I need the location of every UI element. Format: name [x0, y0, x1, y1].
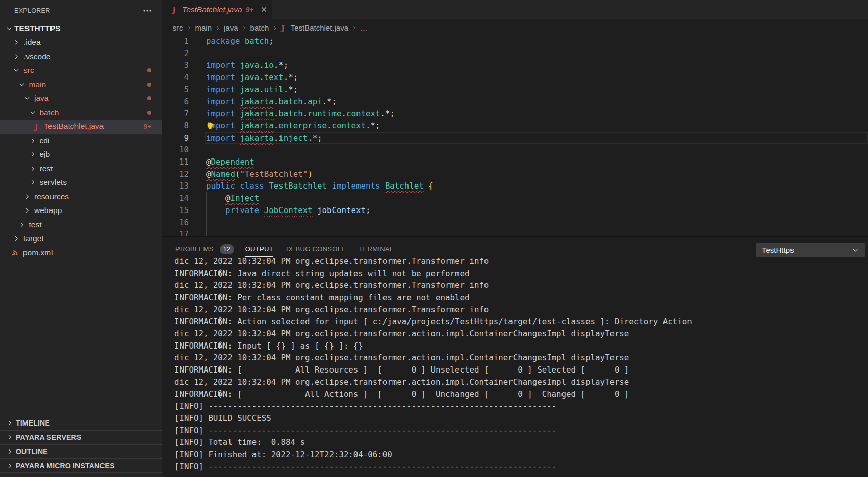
- line-number: 5: [162, 84, 189, 96]
- panel-tab-debug-console[interactable]: DEBUG CONSOLE: [286, 237, 346, 257]
- code-token: private: [225, 205, 259, 215]
- chevron-right-icon: [352, 25, 357, 31]
- close-icon[interactable]: [260, 6, 268, 14]
- breadcrumb-item[interactable]: ...: [361, 23, 367, 32]
- chevron-down-icon: [852, 247, 859, 254]
- code-token: package: [206, 36, 240, 46]
- code-token: import: [206, 133, 235, 143]
- breadcrumb-item[interactable]: java: [224, 23, 238, 32]
- code-line: @Dependent: [206, 156, 254, 168]
- code-token: jakarta: [240, 97, 273, 107]
- output-line: dic 12, 2022 10:32:04 PM org.eclipse.tra…: [174, 255, 692, 268]
- tree-item--idea[interactable]: .idea: [0, 36, 162, 50]
- code-token: jakarta: [240, 121, 273, 130]
- tree-item-src[interactable]: src: [0, 64, 162, 78]
- output-text: dic 12, 2022 10:32:04 PM org.eclipse.tra…: [174, 305, 489, 314]
- code-token: [206, 205, 225, 215]
- code-token: jobContext: [317, 205, 366, 215]
- chevron-right-icon: [19, 222, 25, 228]
- tree-item-label: .idea: [23, 38, 41, 47]
- tree-item-label: pom.xml: [23, 248, 53, 257]
- code-token: .*;: [274, 60, 288, 70]
- code-token: [240, 36, 244, 46]
- breadcrumb-item[interactable]: src: [173, 23, 183, 32]
- section-partial[interactable]: [0, 472, 162, 477]
- code-token: .: [274, 109, 278, 118]
- section-payara-micro-instances[interactable]: PAYARA MICRO INSTANCES: [0, 458, 162, 472]
- panel-tab-problems[interactable]: PROBLEMS12: [175, 237, 234, 257]
- problems-badge: 12: [220, 244, 234, 254]
- line-number: 6: [162, 96, 189, 108]
- code-token: @: [225, 193, 230, 203]
- tree-item-testhttps[interactable]: TESTHTTPS: [0, 21, 162, 36]
- output-text: INFORMACI�N: Java direct string updates …: [174, 269, 469, 278]
- lightbulb-icon[interactable]: [206, 121, 215, 130]
- tree-item-ejb[interactable]: ejb: [0, 148, 162, 162]
- code-token: api: [308, 97, 322, 107]
- code-token: import: [206, 60, 235, 70]
- code-token: .*;: [380, 109, 394, 118]
- output-line: [INFO] BUILD SUCCESS: [174, 412, 692, 425]
- tree-item-main[interactable]: main: [0, 77, 162, 92]
- section-payara-servers[interactable]: PAYARA SERVERS: [0, 430, 162, 444]
- output-line: INFORMACI�N: Input [ {} ] as [ {} ]: {}: [174, 340, 692, 352]
- panel-tab-terminal[interactable]: TERMINAL: [359, 237, 393, 257]
- panel-tab-label: OUTPUT: [245, 245, 273, 253]
- code-token: [327, 181, 331, 191]
- modified-dot-badge: [147, 68, 151, 72]
- code-token: java: [240, 72, 259, 82]
- panel-tab-output[interactable]: OUTPUT: [245, 237, 273, 257]
- code-token: java: [240, 60, 259, 70]
- tree-item-webapp[interactable]: webapp: [0, 204, 162, 218]
- code-token: context: [346, 109, 380, 118]
- line-number: 16: [162, 217, 189, 229]
- code-line: import jakarta.batch.api.*;: [206, 96, 337, 108]
- tree-item-pom-xml[interactable]: pom.xml: [0, 246, 162, 260]
- code-editor[interactable]: 1234567891011121314151617 package batch;…: [162, 35, 868, 236]
- tree-item-label: batch: [40, 108, 59, 117]
- breadcrumb-item[interactable]: main: [195, 23, 212, 32]
- section-timeline[interactable]: TIMELINE: [0, 416, 162, 430]
- chevron-right-icon: [13, 39, 19, 45]
- code-line: import java.io.*;: [206, 59, 288, 71]
- tree-item-batch[interactable]: batch: [0, 105, 162, 120]
- output-line: INFORMACI�N: [ All Actions ] [ 0 ] Uncha…: [174, 388, 692, 401]
- section-outline[interactable]: OUTLINE: [0, 444, 162, 459]
- code-line: import java.text.*;: [206, 71, 298, 84]
- line-number: 1: [162, 35, 189, 47]
- ellipsis-icon[interactable]: [143, 7, 152, 15]
- code-token: [235, 181, 240, 191]
- line-number: 17: [162, 228, 189, 236]
- tree-item-resources[interactable]: resources: [0, 190, 162, 204]
- code-token: [206, 193, 225, 203]
- tree-item-test[interactable]: test: [0, 218, 162, 232]
- tree-item--vscode[interactable]: .vscode: [0, 49, 162, 64]
- chevron-right-icon: [215, 25, 220, 31]
- code-token: .: [327, 121, 331, 130]
- tree-item-label: java: [34, 94, 48, 103]
- output-line: INFORMACI�N: Java direct string updates …: [174, 268, 692, 280]
- tree-item-rest[interactable]: rest: [0, 162, 162, 176]
- output-line: INFORMACI�N: Action selected for input […: [174, 315, 692, 328]
- tree-item-java[interactable]: java: [0, 92, 162, 106]
- line-number: 4: [162, 71, 189, 84]
- output-text: [INFO] Finished at: 2022-12-12T22:32:04-…: [174, 449, 392, 459]
- chevron-down-icon: [19, 82, 25, 88]
- code-token: .*;: [308, 133, 322, 143]
- code-token: .: [303, 109, 308, 118]
- breadcrumb-item[interactable]: TestBatchlet.java: [291, 23, 348, 32]
- breadcrumb-item[interactable]: batch: [250, 23, 269, 32]
- code-token: java: [240, 85, 259, 94]
- code-token: Inject: [230, 193, 259, 203]
- chevron-right-icon: [30, 179, 36, 186]
- code-token: {: [428, 181, 433, 191]
- output-channel-select[interactable]: TestHttps: [756, 243, 865, 257]
- tree-item-label: main: [29, 80, 46, 89]
- tree-item-target[interactable]: target: [0, 232, 162, 246]
- tab-testbatchlet[interactable]: J TestBatchlet.java 9+: [162, 0, 272, 19]
- tree-item-servlets[interactable]: servlets: [0, 176, 162, 190]
- tree-item-cdi[interactable]: cdi: [0, 134, 162, 148]
- file-path-link[interactable]: c:/java/projects/TestHttps/target/test-c…: [373, 316, 595, 326]
- tree-item-testbatchlet-java[interactable]: JTestBatchlet.java9+: [0, 120, 162, 134]
- code-token: [380, 181, 385, 191]
